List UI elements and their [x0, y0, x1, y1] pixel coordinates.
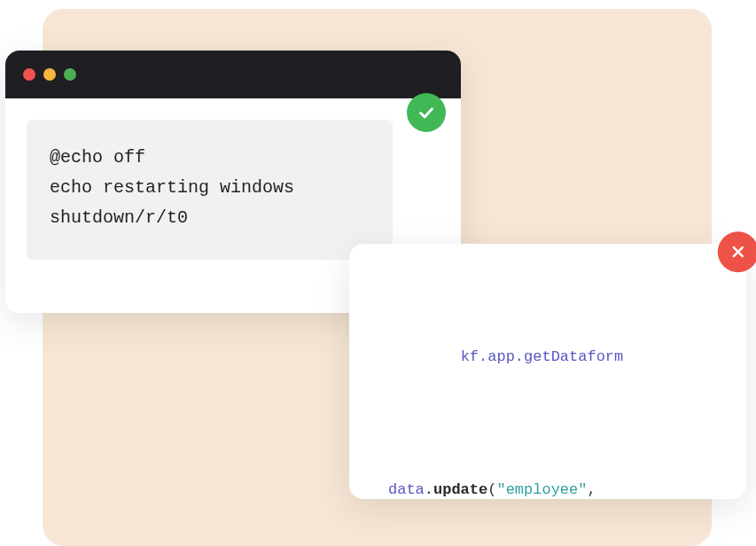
batch-code-block: @echo off echo restarting windows shutdo…: [27, 120, 393, 260]
token-object: data: [388, 481, 425, 498]
code-line: @echo off: [50, 143, 370, 173]
code-line: data.update("employee",: [388, 479, 716, 502]
window-title-bar: [5, 51, 461, 98]
indent: [388, 348, 461, 365]
check-icon: [417, 103, 436, 122]
token-punc: (: [487, 481, 496, 498]
token-call: update: [433, 481, 487, 498]
code-snippet-card: kf.app.getDataform data.update("employee…: [349, 244, 746, 499]
token-string: "employee": [496, 481, 587, 498]
window-minimize-dot[interactable]: [43, 68, 56, 81]
close-icon: [729, 243, 747, 261]
token-punc: .: [425, 481, 433, 498]
code-line: shutdown/r/t0: [50, 203, 370, 233]
success-badge: [407, 93, 446, 132]
window-close-dot[interactable]: [23, 68, 35, 81]
window-maximize-dot[interactable]: [64, 68, 76, 81]
token-object: kf.app.getDataform: [461, 348, 624, 365]
error-badge: [718, 231, 756, 272]
blank-line: [388, 416, 716, 432]
code-line: echo restarting windows: [50, 173, 370, 203]
code-line: kf.app.getDataform: [388, 346, 716, 369]
token-punc: ,: [587, 481, 596, 498]
